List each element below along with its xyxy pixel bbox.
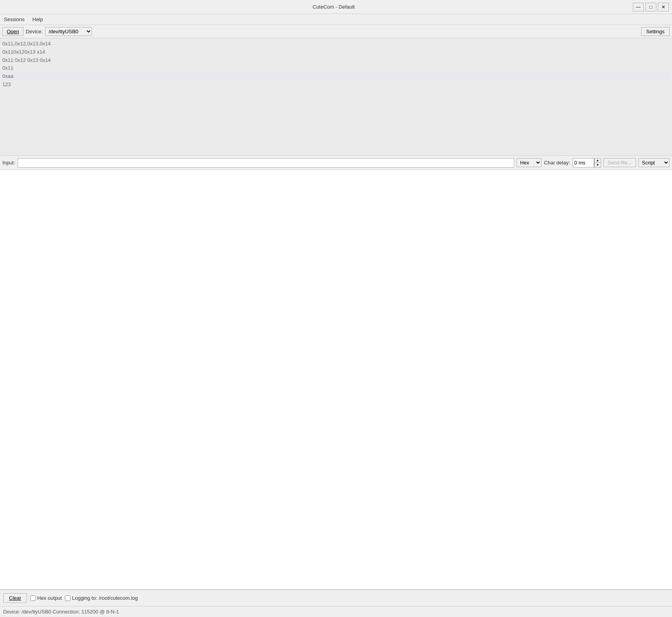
window-controls: — □ ✕ [633, 3, 669, 11]
script-area [0, 170, 672, 590]
maximize-button[interactable]: □ [645, 3, 656, 11]
output-area: 0x11,0x12,0x13,0x14 0x110x120x13 x14 0x1… [0, 38, 672, 156]
spin-up-button[interactable]: ▲ [594, 159, 601, 163]
char-delay-input[interactable] [573, 158, 594, 168]
close-button[interactable]: ✕ [658, 3, 669, 11]
send-file-button[interactable]: Send file... [603, 158, 636, 167]
format-select[interactable]: Hex ASCII Dec [517, 158, 542, 167]
hex-output-checkbox[interactable] [30, 595, 36, 601]
menu-sessions[interactable]: Sessions [2, 16, 27, 23]
bottom-bar: Clear Hex output Logging to: /root/cutec… [0, 590, 672, 606]
settings-button[interactable]: Settings [641, 27, 670, 36]
hex-output-group: Hex output [30, 595, 62, 601]
output-line-6: 123 [2, 81, 670, 89]
input-row: Input: Hex ASCII Dec Char delay: ▲ ▼ Sen… [0, 156, 672, 170]
logging-path: /root/cutecom.log [99, 595, 138, 601]
output-line-2: 0x110x120x13 x14 [2, 48, 670, 56]
toolbar: Open Device: /dev/ttyUSB0 Settings [0, 25, 672, 38]
device-label: Device: [26, 29, 43, 34]
status-text: Device: /dev/ttyUSB0 Connection: 115200 … [3, 609, 119, 615]
device-select[interactable]: /dev/ttyUSB0 [45, 27, 92, 36]
minimize-button[interactable]: — [633, 3, 644, 11]
char-delay-spinner: ▲ ▼ [594, 158, 601, 168]
window-title: CuteCom - Default [34, 4, 633, 10]
char-delay-label: Char delay: [544, 160, 570, 166]
output-line-5: 0xaa [2, 72, 670, 81]
output-line-3: 0x11 0x12 0x13 0x14 [2, 56, 670, 65]
menu-help[interactable]: Help [30, 16, 45, 23]
output-line-1: 0x11,0x12,0x13,0x14 [2, 40, 670, 48]
output-line-4: 0x11 [2, 64, 670, 72]
spin-down-button[interactable]: ▼ [594, 163, 601, 167]
input-label: Input: [2, 160, 15, 166]
input-field[interactable] [18, 158, 515, 168]
hex-output-label: Hex output [37, 595, 62, 601]
char-delay-container: ▲ ▼ [573, 158, 601, 168]
title-bar: CuteCom - Default — □ ✕ [0, 0, 672, 14]
logging-checkbox[interactable] [65, 595, 70, 601]
clear-button[interactable]: Clear [3, 593, 27, 603]
menu-bar: Sessions Help [0, 14, 672, 25]
logging-to-label: Logging to: [72, 595, 97, 601]
logging-group: Logging to: /root/cutecom.log [65, 595, 138, 601]
open-button[interactable]: Open [2, 27, 23, 36]
script-select[interactable]: Script [638, 158, 670, 167]
status-bar: Device: /dev/ttyUSB0 Connection: 115200 … [0, 606, 672, 617]
